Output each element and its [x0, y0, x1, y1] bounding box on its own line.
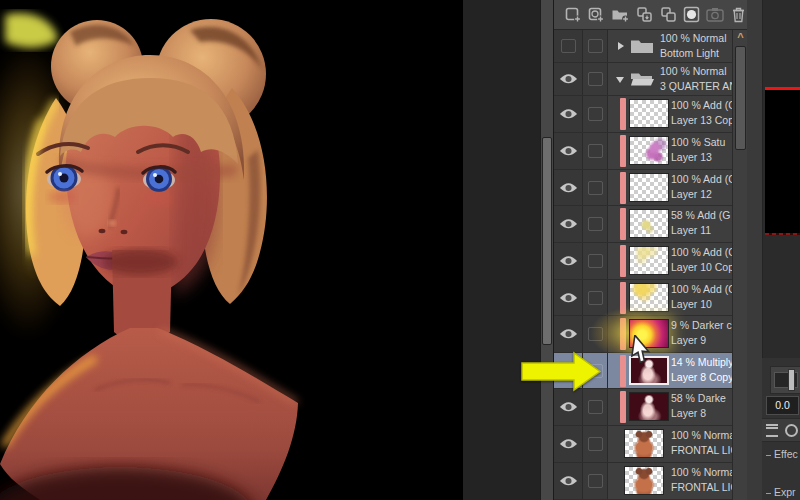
lock-cell[interactable]	[583, 353, 608, 388]
layer-row[interactable]: 100 % Add (GLayer 10 Copy	[554, 243, 733, 280]
visibility-cell[interactable]	[554, 280, 583, 315]
layer-folder-row[interactable]: 100 % NormalBottom Light	[554, 30, 733, 63]
layer-row[interactable]: 100 % Add (GLayer 10	[554, 280, 733, 316]
layer-row[interactable]: 100 % Add (GLayer 13 Copy	[554, 96, 733, 133]
visibility-cell[interactable]	[554, 426, 583, 462]
new-layer-icon[interactable]	[564, 5, 583, 24]
checkbox-outline-icon	[588, 364, 603, 378]
lock-cell[interactable]	[583, 426, 608, 462]
transfer-down-icon[interactable]	[635, 5, 654, 24]
canvas-vertical-scrollbar[interactable]	[540, 0, 554, 500]
palette-vertical-scrollbar[interactable]: ^	[732, 30, 748, 500]
eye-icon[interactable]	[559, 255, 578, 267]
canvas-scrollbar-thumb[interactable]	[542, 137, 552, 345]
layer-row[interactable]: 100 % SatuLayer 13	[554, 133, 733, 170]
merge-down-icon[interactable]	[659, 5, 678, 24]
layer-blend-mode: 9 % Darker c	[671, 318, 733, 333]
delete-layer-icon[interactable]	[729, 5, 748, 24]
layer-row[interactable]: 100 % NormalFRONTAL LIG	[554, 426, 733, 463]
lock-cell[interactable]	[583, 63, 608, 95]
layer-row[interactable]: 9 % Darker cLayer 9	[554, 316, 733, 353]
visibility-cell[interactable]	[554, 63, 583, 95]
lock-cell[interactable]	[583, 133, 608, 169]
palette-scrollbar-thumb[interactable]	[735, 46, 746, 150]
mask-icon[interactable]	[682, 5, 701, 24]
eye-icon[interactable]	[559, 182, 578, 194]
slider-handle[interactable]	[788, 369, 795, 391]
visibility-cell[interactable]	[554, 96, 583, 132]
eye-icon[interactable]	[559, 401, 578, 413]
eye-icon[interactable]	[559, 145, 578, 157]
new-layer-alt-icon[interactable]	[588, 5, 607, 24]
lock-cell[interactable]	[583, 170, 608, 205]
layer-blend-mode: 100 % Add (G	[671, 172, 733, 187]
layer-thumbnail[interactable]	[629, 136, 669, 165]
chevron-down-icon[interactable]	[616, 77, 624, 83]
layer-row[interactable]: 58 % DarkeLayer 8	[554, 389, 733, 426]
layer-color-bar	[620, 245, 626, 277]
eye-icon[interactable]	[559, 73, 578, 85]
lock-cell[interactable]	[583, 463, 608, 499]
layer-thumbnail[interactable]	[629, 99, 669, 128]
canvas-viewport[interactable]	[0, 0, 463, 500]
eye-icon[interactable]	[559, 365, 578, 377]
checkbox-outline-icon	[588, 181, 603, 195]
visibility-cell[interactable]	[554, 353, 583, 388]
layer-row-selected[interactable]: 14 % MultiplyLayer 8 Copy	[554, 353, 733, 389]
lock-cell[interactable]	[583, 96, 608, 132]
layer-row[interactable]: 100 % NormalFRONTAL LIG	[554, 463, 733, 500]
layer-row[interactable]: 58 % Add (GLayer 11	[554, 206, 733, 243]
camera-icon-disabled	[706, 5, 725, 24]
lock-cell[interactable]	[583, 30, 608, 62]
layer-thumbnail[interactable]	[629, 209, 669, 238]
layer-thumbnail[interactable]	[624, 466, 664, 495]
layer-row[interactable]: 100 % Add (GLayer 12	[554, 170, 733, 206]
visibility-cell[interactable]	[554, 243, 583, 279]
scroll-up-icon[interactable]: ^	[735, 32, 746, 43]
eye-icon[interactable]	[559, 475, 578, 487]
layer-thumbnail[interactable]	[629, 173, 669, 202]
layer-thumbnail[interactable]	[624, 429, 664, 458]
lock-cell[interactable]	[583, 243, 608, 279]
expression-label: Expr	[766, 486, 796, 498]
layer-name: Layer 13 Copy	[671, 113, 733, 128]
lock-cell[interactable]	[583, 389, 608, 425]
value-field[interactable]: 0.0	[766, 396, 799, 415]
checkbox-outline-icon	[588, 400, 603, 414]
new-folder-icon[interactable]	[611, 5, 630, 24]
visibility-cell[interactable]	[554, 170, 583, 205]
eye-icon[interactable]	[559, 328, 578, 340]
checkbox-outline-icon	[588, 39, 603, 53]
visibility-cell[interactable]	[554, 133, 583, 169]
eye-icon[interactable]	[559, 108, 578, 120]
visibility-cell[interactable]	[554, 389, 583, 425]
layer-blend-mode: 100 % Satu	[671, 135, 733, 150]
menu-icon[interactable]	[766, 424, 778, 437]
eye-icon[interactable]	[559, 438, 578, 450]
folder-open-icon	[630, 70, 654, 87]
layer-thumbnail[interactable]	[629, 356, 669, 385]
lock-cell[interactable]	[583, 206, 608, 242]
eye-icon[interactable]	[559, 292, 578, 304]
tolerance-slider[interactable]	[770, 366, 800, 394]
layer-thumbnail[interactable]	[629, 319, 669, 348]
eye-icon[interactable]	[559, 218, 578, 230]
layer-thumbnail[interactable]	[629, 246, 669, 275]
visibility-cell[interactable]	[554, 463, 583, 499]
folder-name: Bottom Light	[660, 46, 732, 61]
visibility-cell[interactable]	[554, 206, 583, 242]
layer-blend-mode: 14 % Multiply	[671, 355, 733, 370]
chevron-right-icon[interactable]	[618, 42, 624, 50]
folder-blend-mode: 100 % Normal	[660, 31, 732, 46]
layer-thumbnail[interactable]	[629, 283, 669, 312]
layer-name: Layer 12	[671, 187, 733, 202]
hidden-visibility-placeholder-icon	[561, 39, 576, 53]
visibility-cell[interactable]	[554, 316, 583, 352]
layer-name: Layer 9	[671, 333, 733, 348]
visibility-cell[interactable]	[554, 30, 583, 62]
palette-ring-icon[interactable]	[785, 424, 798, 437]
layer-thumbnail[interactable]	[629, 392, 669, 421]
lock-cell[interactable]	[583, 280, 608, 315]
lock-cell[interactable]	[583, 316, 608, 352]
layer-folder-row[interactable]: 100 % Normal3 QUARTER AND F	[554, 63, 733, 96]
